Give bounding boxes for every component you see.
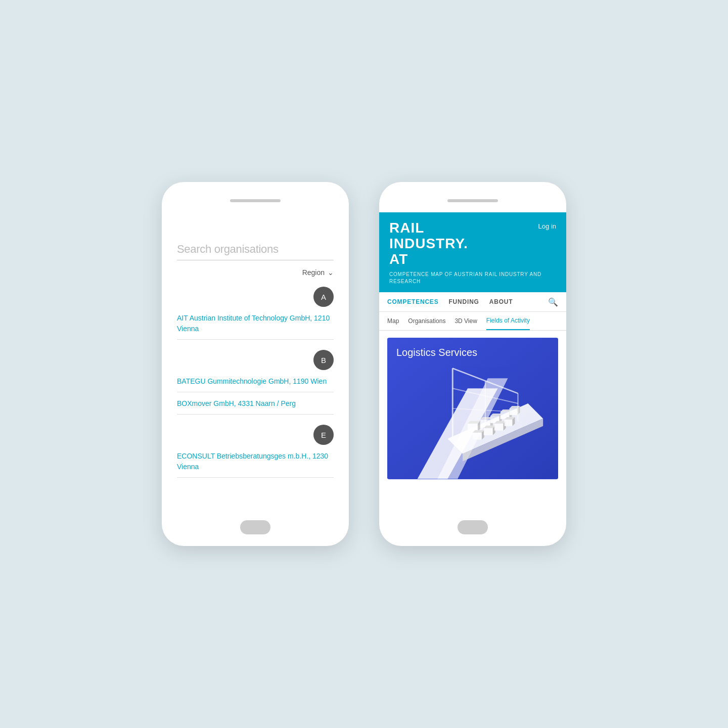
svg-rect-26 — [494, 424, 504, 431]
logistics-card[interactable]: Logistics Services — [387, 338, 558, 479]
phone-top-bar-right — [379, 182, 566, 212]
tab-map[interactable]: Map — [387, 312, 399, 330]
list-item[interactable]: AIT Austrian Institute of Technology Gmb… — [177, 307, 334, 340]
right-phone: RAIL INDUSTRY. AT Log in COMPETENCE MAP … — [379, 182, 566, 546]
list-item[interactable]: BATEGU Gummitechnologie GmbH, 1190 Wien — [177, 370, 334, 392]
search-underline — [177, 260, 334, 260]
region-label: Region — [302, 268, 325, 277]
org-name[interactable]: AIT Austrian Institute of Technology Gmb… — [177, 313, 334, 334]
svg-rect-20 — [473, 433, 482, 440]
home-indicator — [458, 520, 488, 534]
logistics-illustration — [387, 338, 558, 479]
phone-notch — [447, 199, 498, 202]
rail-card-area: Logistics Services — [379, 331, 566, 516]
phone-bottom-bar-left — [162, 516, 349, 546]
rail-nav: COMPETENCES FUNDING ABOUT 🔍 — [379, 292, 566, 312]
letter-badge-b: B — [313, 350, 334, 370]
list-item[interactable]: BOXmover GmbH, 4331 Naarn / Perg — [177, 392, 334, 415]
left-phone: Search organisations Region ⌄ A AIT Aust… — [162, 182, 349, 546]
list-item[interactable]: ECONSULT Betriebsberatungsges m.b.H., 12… — [177, 445, 334, 478]
rail-tabs: Map Organisations 3D View Fields of Acti… — [379, 312, 566, 331]
phone-notch — [230, 199, 281, 202]
phone-bottom-bar-right — [379, 516, 566, 546]
search-placeholder: Search organisations — [177, 243, 334, 256]
tab-fields-of-activity[interactable]: Fields of Activity — [486, 312, 530, 330]
home-indicator — [240, 520, 270, 534]
left-phone-content: Search organisations Region ⌄ A AIT Aust… — [162, 212, 349, 516]
rail-header-top: RAIL INDUSTRY. AT Log in — [389, 220, 556, 267]
logistics-card-title: Logistics Services — [396, 347, 477, 358]
svg-rect-29 — [505, 420, 513, 426]
letter-badge-a: A — [313, 287, 334, 307]
tab-3d-view[interactable]: 3D View — [454, 312, 477, 330]
org-name[interactable]: BOXmover GmbH, 4331 Naarn / Perg — [177, 398, 334, 409]
search-icon[interactable]: 🔍 — [548, 297, 558, 307]
org-name[interactable]: BATEGU Gummitechnologie GmbH, 1190 Wien — [177, 376, 334, 387]
letter-badge-e: E — [313, 425, 334, 445]
svg-rect-23 — [484, 428, 493, 435]
tab-organisations[interactable]: Organisations — [408, 312, 445, 330]
right-phone-content: RAIL INDUSTRY. AT Log in COMPETENCE MAP … — [379, 212, 566, 516]
search-input-area[interactable]: Search organisations — [177, 243, 334, 260]
org-name[interactable]: ECONSULT Betriebsberatungsges m.b.H., 12… — [177, 451, 334, 472]
rail-title: RAIL INDUSTRY. AT — [389, 220, 468, 267]
nav-competences[interactable]: COMPETENCES — [387, 292, 438, 311]
phone-top-bar-left — [162, 182, 349, 212]
login-button[interactable]: Log in — [538, 222, 556, 230]
rail-header: RAIL INDUSTRY. AT Log in COMPETENCE MAP … — [379, 212, 566, 292]
region-row[interactable]: Region ⌄ — [177, 268, 334, 277]
chevron-down-icon[interactable]: ⌄ — [328, 268, 334, 277]
rail-subtitle: COMPETENCE MAP OF AUSTRIAN RAIL INDUSTRY… — [389, 271, 556, 285]
nav-about[interactable]: ABOUT — [489, 292, 513, 311]
nav-funding[interactable]: FUNDING — [448, 292, 479, 311]
